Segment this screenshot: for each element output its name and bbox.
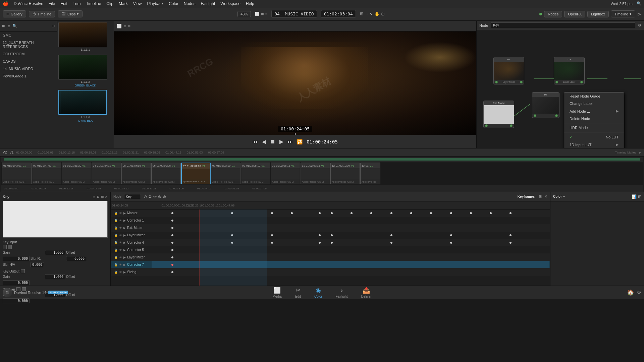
kf-dot[interactable] <box>331 234 333 236</box>
menu-nodes[interactable]: Nodes <box>184 1 196 6</box>
kf-close-icon[interactable]: ✕ <box>544 194 547 199</box>
kf-dot[interactable] <box>171 234 173 236</box>
color-panel-dropdown[interactable]: ▾ <box>563 195 565 198</box>
kf-dot[interactable] <box>450 242 452 244</box>
color-panel-expand-icon[interactable]: ⊞ <box>638 194 641 199</box>
key-panel-icon1[interactable]: ⊙ <box>93 195 95 199</box>
thumb-item-3[interactable]: 1.1.1.3 CYAN BLK <box>57 88 114 124</box>
node-ext-output[interactable] <box>510 124 513 127</box>
kf-ext-expand[interactable]: ▶ <box>123 226 126 230</box>
kf-dot[interactable] <box>509 234 512 236</box>
kf-icon-1[interactable]: ⊙ <box>144 194 147 199</box>
kf-c4-expand[interactable]: ▶ <box>123 241 126 244</box>
panel-toggle-icon[interactable]: ⊳ <box>637 11 641 17</box>
kf-c4-lock[interactable]: 🔒 <box>114 241 118 244</box>
lightbox-button[interactable]: Lightbox <box>587 11 609 17</box>
node-ext-matte[interactable]: Ext. Matte <box>483 101 514 128</box>
ctx-reset-node-grade[interactable]: Reset Node Grade <box>564 93 624 100</box>
timeline-clip-11[interactable]: 1101:02:08:11V1 Apple ProRes 422 LT <box>301 163 330 184</box>
kf-icon-2[interactable]: ⚙ <box>148 194 152 199</box>
kf-dot[interactable] <box>319 212 321 214</box>
sidebar-item-references[interactable]: 12_JUST BREATH REFERENCES <box>0 39 57 50</box>
node-07-input[interactable] <box>534 114 536 117</box>
kf-dot[interactable] <box>390 212 392 214</box>
kf-c7-lock[interactable]: 🔒 <box>114 263 118 266</box>
menu-edit[interactable]: Edit <box>60 1 67 6</box>
nav-media[interactable]: ⬜ Media <box>272 287 281 298</box>
menu-file[interactable]: File <box>49 1 55 6</box>
kf-c7-expand[interactable]: ▶ <box>123 263 126 266</box>
kf-dot[interactable] <box>171 256 173 258</box>
menu-help[interactable]: Help <box>246 1 254 6</box>
kf-c4-eye[interactable]: 👁 <box>119 241 122 244</box>
timeline-clip-13[interactable]: 1301V1 Apple ProRes <box>360 163 380 184</box>
apple-menu[interactable]: 🍎 <box>3 1 8 6</box>
kf-dot[interactable] <box>171 242 173 244</box>
sidebar-item-music-video[interactable]: L4. MUSIC VIDEO <box>0 65 57 72</box>
offset-value-2[interactable]: 0.000 <box>3 280 30 285</box>
nav-edit[interactable]: ✂ Edit <box>295 287 301 298</box>
node-05-output-port[interactable] <box>580 81 583 83</box>
kf-ext-lock[interactable]: 🔒 <box>114 226 118 230</box>
kf-dot[interactable] <box>490 212 492 214</box>
viewer-grid-btn[interactable]: ≡ <box>124 24 126 28</box>
key-panel-close[interactable]: ✕ <box>105 195 108 199</box>
timeline-clip-07[interactable]: 0701:02:01:09V1 Apple ProRes 422 LT <box>181 163 211 184</box>
kf-dot[interactable] <box>351 212 353 214</box>
timeline-clip-08[interactable]: 0801:02:03:19V1 Apple ProRes 422 LT <box>211 163 240 184</box>
sidebar-item-coutroom[interactable]: COUTROOM <box>0 50 57 58</box>
sidebar-grid-icon[interactable]: ⊞ <box>2 24 5 28</box>
key-output-icon[interactable] <box>21 269 25 273</box>
ctx-no-lut[interactable]: ✓ No LUT <box>564 133 624 141</box>
timeline-clip-01[interactable]: 0101:01:43:01V1 Apple ProRes 422 LT <box>2 163 32 184</box>
kf-c7-eye[interactable]: 👁 <box>119 263 122 266</box>
menu-clip[interactable]: Clip <box>106 1 113 6</box>
nav-deliver[interactable]: 📤 Deliver <box>361 287 371 298</box>
kf-lm-expand[interactable]: ▶ <box>123 234 126 237</box>
key-input-icon1[interactable] <box>3 245 7 249</box>
kf-dot[interactable] <box>509 212 512 214</box>
kf-dot[interactable] <box>271 242 273 244</box>
kf-dot[interactable] <box>271 234 273 236</box>
kf-dot[interactable] <box>470 212 472 214</box>
nodes-button[interactable]: Nodes <box>544 11 562 17</box>
timeline-clip-09[interactable]: 0901:02:05:10V1 Apple ProRes 422 LT <box>241 163 270 184</box>
ctx-add-node[interactable]: Add Node ... ▶ <box>564 107 624 115</box>
node-07[interactable]: 07 <box>532 92 559 118</box>
timeline-clip-04[interactable]: 0401:01:54:12V1 Apple ProRes 422 LT <box>92 163 121 184</box>
hand-tool-icon[interactable]: ✋ <box>374 11 380 16</box>
blur-r-value[interactable]: 0.000 <box>66 256 86 261</box>
sidebar-list-icon[interactable]: ≡ <box>8 24 10 28</box>
menubar-search[interactable]: 🔍 <box>637 1 641 6</box>
key-panel-icon2[interactable]: ⚙ <box>97 195 100 199</box>
kf-dot[interactable] <box>390 242 392 244</box>
kf-track-lock-icon[interactable]: 🔒 <box>114 212 118 215</box>
key-panel-expand[interactable]: ⊞ <box>101 195 104 199</box>
menu-timeline[interactable]: Timeline <box>86 1 101 6</box>
kf-c5-lock[interactable]: 🔒 <box>114 248 118 252</box>
node-01-output-port[interactable] <box>520 81 523 83</box>
kf-track-expand-icon[interactable]: ▶ <box>123 212 126 215</box>
zoom-selector[interactable]: 43% <box>237 11 251 17</box>
kf-corr1-expand[interactable]: ▶ <box>123 219 126 222</box>
kf-lm2-eye[interactable]: 👁 <box>119 256 122 259</box>
node-07-output[interactable] <box>555 114 558 117</box>
kf-dot[interactable] <box>430 212 432 214</box>
kf-ext-eye[interactable]: 👁 <box>119 226 122 230</box>
more-options-icon[interactable]: ··· <box>365 11 368 16</box>
sidebar-more-icon[interactable]: ⊞ <box>52 24 55 28</box>
kf-dot[interactable] <box>450 234 452 236</box>
qualifier-offset-value[interactable]: 0.000 <box>3 298 30 303</box>
kf-dot[interactable] <box>370 212 372 214</box>
kf-dot[interactable] <box>509 242 512 244</box>
kf-corr1-lock[interactable]: 🔒 <box>114 219 118 222</box>
thumb-item-2[interactable]: 1.1.1.2 GREEN BLACK <box>57 53 114 88</box>
key-input-icon2[interactable] <box>8 245 12 249</box>
kf-dot[interactable] <box>319 242 321 244</box>
kf-lm-eye[interactable]: 👁 <box>119 234 122 237</box>
node-ext-input[interactable] <box>485 124 488 127</box>
timeline-clip-10[interactable]: 1001:02:06:11V1 Apple ProRes 422 LT <box>271 163 300 184</box>
node-search-input[interactable] <box>491 22 635 28</box>
nav-fairlight[interactable]: ♪ Fairlight <box>336 287 348 298</box>
ctx-1d-input-lut[interactable]: 1D Input LUT ▶ <box>564 141 624 148</box>
